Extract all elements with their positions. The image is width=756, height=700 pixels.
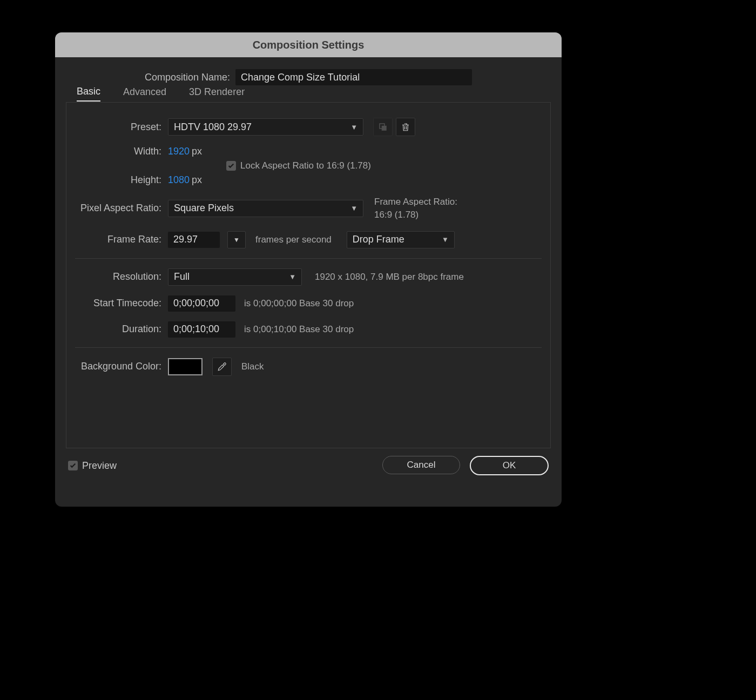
height-label: Height: (75, 174, 168, 186)
bg-color-label: Background Color: (75, 361, 168, 372)
eyedropper-icon (217, 361, 227, 372)
chevron-down-icon: ▼ (442, 235, 449, 244)
composition-settings-dialog: Composition Settings Composition Name: B… (55, 32, 562, 507)
frame-aspect-value: 16:9 (1.78) (374, 210, 418, 220)
delete-preset-button[interactable] (396, 118, 415, 136)
pixel-aspect-label: Pixel Aspect Ratio: (75, 203, 168, 214)
dialog-body: Composition Name: Basic Advanced 3D Rend… (55, 57, 562, 485)
save-preset-button[interactable] (373, 118, 393, 136)
preview-group: Preview (68, 460, 117, 472)
resolution-label: Resolution: (75, 271, 168, 282)
resolution-row: Resolution: Full ▼ 1920 x 1080, 7.9 MB p… (75, 268, 542, 286)
checkmark-icon (69, 462, 77, 469)
cancel-button[interactable]: Cancel (382, 456, 460, 474)
preset-label: Preset: (75, 122, 168, 133)
preset-value: HDTV 1080 29.97 (174, 122, 252, 133)
lock-aspect-checkbox[interactable] (226, 161, 236, 171)
composition-name-label: Composition Name: (145, 72, 230, 83)
start-timecode-label: Start Timecode: (75, 298, 168, 309)
height-unit: px (192, 174, 202, 186)
tabs-bar: Basic Advanced 3D Renderer (66, 85, 551, 103)
divider (75, 347, 542, 348)
preset-row: Preset: HDTV 1080 29.97 ▼ (75, 118, 542, 136)
width-value[interactable]: 1920 (168, 146, 190, 157)
dialog-footer: Preview Cancel OK (66, 456, 551, 475)
divider (75, 258, 542, 259)
preset-dropdown[interactable]: HDTV 1080 29.97 ▼ (168, 118, 363, 136)
resolution-value: Full (174, 271, 190, 282)
chevron-down-icon: ▼ (350, 123, 357, 131)
framerate-stepper[interactable]: ▼ (227, 231, 246, 248)
framerate-row: Frame Rate: ▼ frames per second Drop Fra… (75, 231, 542, 248)
resolution-dropdown[interactable]: Full ▼ (168, 268, 302, 286)
tab-panel-wrap: Basic Advanced 3D Renderer Preset: HDTV … (66, 103, 551, 448)
start-timecode-info: is 0;00;00;00 Base 30 drop (244, 298, 354, 309)
checkmark-icon (227, 162, 235, 170)
height-row: Height: 1080 px (75, 174, 542, 186)
button-group: Cancel OK (382, 456, 549, 475)
chevron-down-icon: ▼ (289, 273, 296, 281)
tab-basic[interactable]: Basic (77, 86, 100, 102)
ok-button[interactable]: OK (470, 456, 549, 475)
framerate-label: Frame Rate: (75, 234, 168, 245)
svg-rect-1 (382, 126, 387, 131)
lock-aspect-label: Lock Aspect Ratio to 16:9 (1.78) (240, 160, 371, 171)
fps-text: frames per second (255, 234, 332, 245)
width-row: Width: 1920 px (75, 146, 542, 157)
eyedropper-button[interactable] (212, 358, 232, 376)
preview-checkbox[interactable] (68, 461, 78, 470)
start-timecode-row: Start Timecode: is 0;00;00;00 Base 30 dr… (75, 295, 542, 312)
save-preset-icon (378, 122, 388, 132)
pixel-aspect-dropdown[interactable]: Square Pixels ▼ (168, 200, 363, 217)
basic-panel: Preset: HDTV 1080 29.97 ▼ (66, 103, 551, 448)
composition-name-row: Composition Name: (66, 69, 551, 85)
dropframe-value: Drop Frame (353, 234, 404, 245)
dropframe-dropdown[interactable]: Drop Frame ▼ (347, 231, 455, 248)
height-value[interactable]: 1080 (168, 174, 190, 186)
duration-input[interactable] (168, 321, 235, 338)
framerate-input[interactable] (168, 232, 220, 248)
preview-label: Preview (82, 460, 117, 472)
bg-color-name: Black (241, 361, 264, 372)
bg-color-swatch[interactable] (168, 358, 202, 375)
lock-aspect-row: Lock Aspect Ratio to 16:9 (1.78) (226, 160, 542, 171)
pixel-aspect-row: Pixel Aspect Ratio: Square Pixels ▼ Fram… (75, 196, 542, 221)
width-unit: px (192, 146, 202, 157)
dialog-titlebar: Composition Settings (55, 32, 562, 57)
resolution-info: 1920 x 1080, 7.9 MB per 8bpc frame (315, 272, 464, 282)
pixel-aspect-value: Square Pixels (174, 203, 234, 214)
tab-advanced[interactable]: Advanced (123, 86, 166, 101)
dialog-title: Composition Settings (253, 39, 364, 51)
duration-label: Duration: (75, 324, 168, 335)
start-timecode-input[interactable] (168, 295, 235, 312)
chevron-down-icon: ▼ (233, 236, 240, 244)
bg-color-row: Background Color: Black (75, 358, 542, 376)
composition-name-input[interactable] (235, 69, 472, 85)
chevron-down-icon: ▼ (350, 204, 357, 212)
duration-info: is 0;00;10;00 Base 30 drop (244, 324, 354, 335)
frame-aspect-info: Frame Aspect Ratio: 16:9 (1.78) (374, 196, 457, 221)
duration-row: Duration: is 0;00;10;00 Base 30 drop (75, 321, 542, 338)
frame-aspect-label: Frame Aspect Ratio: (374, 197, 457, 207)
trash-icon (401, 122, 410, 132)
width-label: Width: (75, 146, 168, 157)
tab-3d-renderer[interactable]: 3D Renderer (189, 86, 245, 101)
